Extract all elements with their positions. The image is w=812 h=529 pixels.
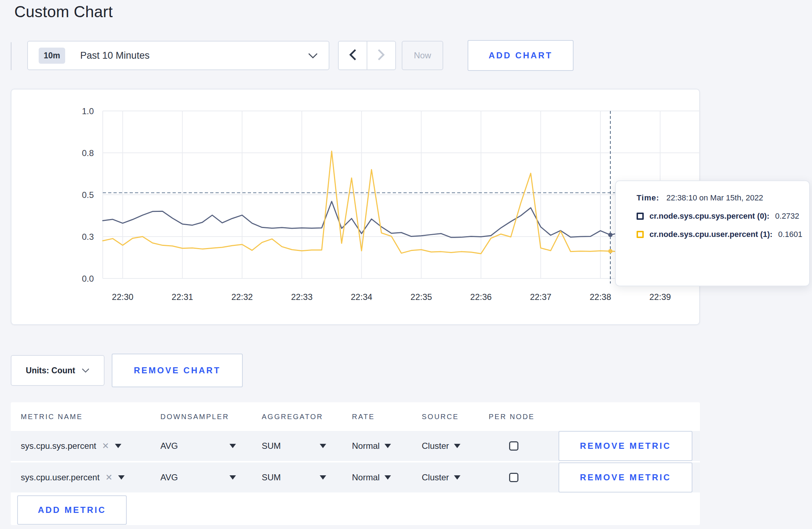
x-axis-tick-label: 22:39	[649, 292, 671, 302]
y-axis-tick-label: 0.5	[82, 190, 94, 200]
remove-metric-cell: REMOVE METRIC	[559, 431, 700, 461]
dropdown-caret-icon	[320, 444, 326, 448]
dropdown-caret-icon	[229, 444, 236, 448]
controls-divider	[11, 42, 11, 70]
rate-dropdown[interactable]: Normal	[352, 472, 422, 482]
per-node-cell	[489, 473, 559, 482]
add-metric-button[interactable]: ADD METRIC	[17, 495, 127, 525]
dropdown-caret-icon	[385, 475, 391, 480]
units-label: Units: Count	[26, 366, 75, 375]
add-chart-button[interactable]: ADD CHART	[468, 40, 574, 71]
chevron-down-icon	[82, 368, 90, 373]
custom-chart-panel[interactable]: 0.00.30.50.81.022:3022:3122:3222:3322:34…	[11, 89, 700, 325]
chart-hover-tooltip: Time: 22:38:10 on Mar 15th, 2022 cr.node…	[615, 180, 810, 286]
rate-dropdown-value: Normal	[352, 472, 380, 482]
downsampler-dropdown[interactable]: AVG	[160, 441, 262, 451]
x-axis-tick-label: 22:35	[411, 292, 432, 302]
tooltip-series-label: cr.node.sys.cpu.sys.percent (0):	[649, 212, 769, 221]
chevron-right-icon	[377, 49, 385, 62]
page-title: Custom Chart	[14, 3, 113, 21]
metric-name: sys.cpu.user.percent	[21, 472, 100, 482]
remove-metric-button[interactable]: REMOVE METRIC	[559, 462, 692, 492]
x-axis-tick-label: 22:38	[590, 292, 611, 302]
column-header: METRIC NAME	[21, 413, 160, 421]
source-dropdown[interactable]: Cluster	[422, 441, 489, 451]
x-axis-tick-label: 22:30	[112, 292, 134, 302]
aggregator-dropdown[interactable]: SUM	[262, 441, 352, 451]
per-node-checkbox[interactable]	[509, 441, 518, 451]
column-header: DOWNSAMPLER	[160, 413, 262, 421]
time-step-control	[338, 41, 396, 70]
downsampler-dropdown-value: AVG	[160, 441, 178, 451]
series-line-sys	[103, 202, 690, 238]
column-header: PER NODE	[489, 413, 559, 421]
chevron-down-icon	[308, 53, 318, 59]
dropdown-caret-icon	[115, 444, 121, 448]
y-axis-tick-label: 1.0	[82, 106, 94, 116]
hover-point-user	[608, 249, 613, 253]
y-axis-tick-label: 0.8	[82, 148, 94, 158]
aggregator-dropdown-value: SUM	[262, 441, 281, 451]
column-header: RATE	[352, 413, 422, 421]
source-dropdown-value: Cluster	[422, 441, 449, 451]
aggregator-dropdown-value: SUM	[262, 472, 281, 482]
units-dropdown[interactable]: Units: Count	[11, 355, 105, 386]
source-dropdown-value: Cluster	[422, 472, 449, 482]
time-range-label: Past 10 Minutes	[80, 50, 150, 61]
time-range-badge: 10m	[39, 48, 65, 64]
downsampler-dropdown-value: AVG	[160, 472, 178, 482]
step-back-button[interactable]	[339, 42, 367, 69]
tooltip-time-row: Time: 22:38:10 on Mar 15th, 2022	[637, 193, 802, 203]
step-forward-button[interactable]	[367, 42, 395, 69]
x-axis-tick-label: 22:37	[530, 292, 551, 302]
downsampler-dropdown[interactable]: AVG	[160, 472, 262, 482]
metrics-table-header: METRIC NAMEDOWNSAMPLERAGGREGATORRATESOUR…	[11, 402, 700, 431]
dropdown-caret-icon	[118, 475, 125, 480]
dropdown-caret-icon	[320, 475, 326, 480]
series-legend-square-icon	[637, 213, 644, 220]
column-header: AGGREGATOR	[262, 413, 352, 421]
metric-row: sys.cpu.sys.percent✕AVGSUMNormalClusterR…	[11, 431, 700, 461]
tooltip-time-value: 22:38:10 on Mar 15th, 2022	[666, 193, 763, 203]
per-node-checkbox[interactable]	[509, 473, 518, 482]
metric-name: sys.cpu.sys.percent	[21, 441, 96, 451]
y-axis-tick-label: 0.0	[82, 274, 94, 283]
chevron-left-icon	[349, 49, 357, 62]
series-legend-square-icon	[637, 231, 644, 238]
remove-metric-cell: REMOVE METRIC	[559, 462, 700, 492]
tooltip-time-label: Time:	[637, 193, 659, 203]
rate-dropdown[interactable]: Normal	[352, 441, 422, 451]
x-axis-tick-label: 22:33	[291, 292, 313, 302]
dropdown-caret-icon	[385, 444, 391, 448]
timeseries-chart[interactable]: 0.00.30.50.81.022:3022:3122:3222:3322:34…	[11, 89, 701, 326]
dropdown-caret-icon	[229, 475, 236, 480]
column-header: SOURCE	[422, 413, 489, 421]
x-axis-tick-label: 22:32	[231, 292, 253, 302]
tooltip-series-value: 0.1601	[778, 230, 802, 239]
tooltip-series-value: 0.2732	[775, 212, 799, 221]
x-axis-tick-label: 22:31	[171, 292, 193, 302]
y-axis-tick-label: 0.3	[82, 232, 94, 242]
now-button[interactable]: Now	[402, 41, 443, 70]
clear-metric-icon[interactable]: ✕	[102, 441, 109, 451]
tooltip-series-row: cr.node.sys.cpu.sys.percent (0):0.2732	[637, 212, 802, 221]
x-axis-tick-label: 22:36	[470, 292, 492, 302]
metric-row: sys.cpu.user.percent✕AVGSUMNormalCluster…	[11, 462, 700, 492]
aggregator-dropdown[interactable]: SUM	[262, 472, 352, 482]
hover-point-sys	[608, 233, 613, 237]
source-dropdown[interactable]: Cluster	[422, 472, 489, 482]
rate-dropdown-value: Normal	[352, 441, 380, 451]
metric-name-dropdown[interactable]: sys.cpu.user.percent✕	[21, 472, 160, 482]
remove-chart-button[interactable]: REMOVE CHART	[112, 354, 243, 387]
dropdown-caret-icon	[454, 475, 460, 480]
per-node-cell	[489, 441, 559, 451]
tooltip-series-label: cr.node.sys.cpu.user.percent (1):	[649, 230, 773, 239]
tooltip-series-row: cr.node.sys.cpu.user.percent (1):0.1601	[637, 230, 802, 239]
dropdown-caret-icon	[454, 444, 460, 448]
x-axis-tick-label: 22:34	[351, 292, 372, 302]
time-range-dropdown[interactable]: 10m Past 10 Minutes	[27, 41, 329, 70]
series-line-user	[103, 151, 690, 253]
remove-metric-button[interactable]: REMOVE METRIC	[559, 431, 692, 461]
metric-name-dropdown[interactable]: sys.cpu.sys.percent✕	[21, 441, 160, 451]
clear-metric-icon[interactable]: ✕	[105, 472, 112, 482]
